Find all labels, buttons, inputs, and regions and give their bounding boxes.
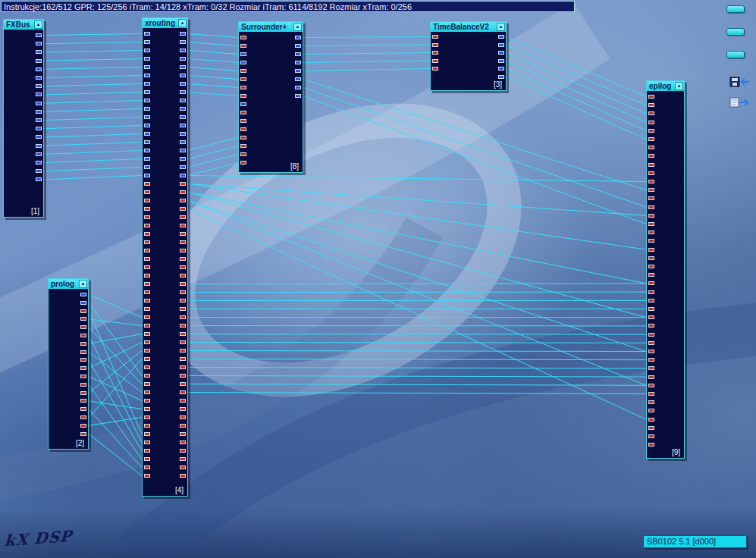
right-port[interactable] [498,75,504,79]
collapse-icon[interactable]: ▲ [178,19,187,27]
right-port[interactable] [180,307,186,311]
right-port[interactable] [180,240,186,244]
right-port[interactable] [80,301,86,305]
right-port[interactable] [80,350,86,354]
left-port[interactable] [144,265,150,269]
right-port[interactable] [295,77,301,81]
right-port[interactable] [36,118,42,122]
right-port[interactable] [180,382,186,386]
right-port[interactable] [180,324,186,328]
left-port[interactable] [648,239,654,243]
left-port[interactable] [648,281,654,285]
left-port[interactable] [144,365,150,369]
left-port[interactable] [240,119,246,123]
right-port[interactable] [180,165,186,169]
right-port[interactable] [180,207,186,211]
left-port[interactable] [648,95,654,99]
right-port[interactable] [80,334,86,337]
right-port[interactable] [80,424,86,428]
left-port[interactable] [144,432,150,436]
left-port[interactable] [144,157,150,161]
right-port[interactable] [180,215,186,219]
left-port[interactable] [432,67,438,71]
right-port[interactable] [36,110,42,114]
left-port[interactable] [144,199,150,202]
left-port[interactable] [144,140,150,144]
right-port[interactable] [180,232,186,236]
left-port[interactable] [144,65,150,69]
left-port[interactable] [648,180,654,183]
left-port[interactable] [144,74,150,77]
left-port[interactable] [144,49,150,52]
left-port[interactable] [648,146,654,149]
right-port[interactable] [36,135,42,139]
right-port[interactable] [80,391,86,395]
right-port[interactable] [36,102,42,105]
module-timebalance[interactable]: TimeBalanceV2▲[3] [430,21,507,91]
right-port[interactable] [80,358,86,362]
left-port[interactable] [144,474,150,478]
left-port[interactable] [144,32,150,36]
right-port[interactable] [80,317,86,321]
left-port[interactable] [432,59,438,63]
right-port[interactable] [36,67,42,71]
left-port[interactable] [144,390,150,394]
right-port[interactable] [36,92,42,96]
right-port[interactable] [180,440,186,444]
left-port[interactable] [240,161,246,165]
minimized-module-icon[interactable] [726,28,745,36]
right-port[interactable] [80,325,86,329]
right-port[interactable] [80,375,86,378]
left-port[interactable] [648,129,654,133]
collapse-icon[interactable]: ▲ [79,280,87,288]
right-port[interactable] [36,144,42,148]
left-port[interactable] [240,152,246,156]
module-titlebar[interactable]: prolog▲ [49,279,88,289]
left-port[interactable] [144,324,150,328]
right-port[interactable] [498,67,504,71]
right-port[interactable] [180,32,186,36]
right-port[interactable] [36,84,42,88]
right-port[interactable] [80,366,86,370]
right-port[interactable] [180,82,186,86]
right-port[interactable] [295,52,301,56]
right-port[interactable] [498,59,504,63]
right-port[interactable] [295,94,301,98]
right-port[interactable] [36,127,42,130]
left-port[interactable] [432,51,438,55]
right-port[interactable] [180,399,186,403]
module-prolog[interactable]: prolog▲[2] [48,278,89,450]
left-port[interactable] [144,149,150,152]
left-port[interactable] [144,124,150,127]
right-port[interactable] [36,161,42,165]
left-port[interactable] [144,299,150,303]
left-port[interactable] [240,111,246,114]
left-port[interactable] [144,40,150,44]
left-port[interactable] [144,207,150,211]
right-port[interactable] [180,265,186,269]
left-port[interactable] [240,69,246,73]
left-port[interactable] [240,61,246,64]
left-port[interactable] [648,205,654,209]
right-port[interactable] [180,390,186,394]
right-port[interactable] [180,457,186,461]
left-port[interactable] [648,299,654,303]
left-port[interactable] [648,409,654,412]
left-port[interactable] [648,265,654,268]
right-port[interactable] [498,43,504,47]
left-port[interactable] [648,230,654,234]
left-port[interactable] [648,307,654,311]
left-port[interactable] [144,115,150,119]
device-badge[interactable]: SB0102 5.1 [d000] [643,535,747,548]
left-port[interactable] [240,94,246,98]
left-port[interactable] [432,43,438,47]
collapse-icon[interactable]: ▲ [34,20,42,29]
right-port[interactable] [180,257,186,261]
right-port[interactable] [80,432,86,436]
left-port[interactable] [144,165,150,169]
right-port[interactable] [180,249,186,252]
left-port[interactable] [648,111,654,115]
right-port[interactable] [36,50,42,54]
left-port[interactable] [648,103,654,107]
right-port[interactable] [180,190,186,194]
